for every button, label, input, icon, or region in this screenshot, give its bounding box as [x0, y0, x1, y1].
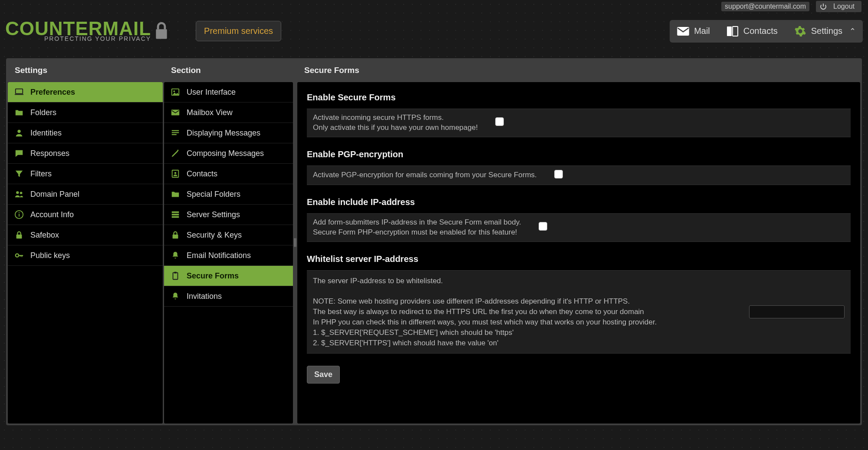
svg-rect-26: [172, 212, 179, 213]
svg-rect-28: [172, 216, 179, 218]
section-item-label: Mailbox View: [187, 108, 233, 117]
section-item-label: Security & Keys: [187, 231, 242, 240]
svg-rect-16: [20, 255, 21, 257]
svg-point-18: [173, 90, 175, 92]
logout-label: Logout: [830, 2, 858, 11]
svg-rect-27: [172, 214, 179, 215]
bell-icon: [170, 250, 181, 261]
ip-checkbox[interactable]: [539, 222, 547, 231]
svg-point-13: [16, 254, 19, 257]
settings-item-identities[interactable]: Identities: [8, 123, 163, 143]
svg-rect-3: [733, 26, 738, 36]
svg-rect-31: [174, 272, 177, 274]
info-icon: [14, 209, 24, 220]
settings-item-label: Safebox: [30, 231, 59, 240]
contact-icon: [170, 169, 181, 179]
section-item-label: Email Notifications: [187, 251, 251, 260]
whitelist-legend: Whitelist server IP-address: [307, 254, 851, 264]
section-item-email-notifications[interactable]: Email Notifications: [164, 245, 293, 266]
person-icon: [14, 128, 24, 138]
ip-label: Add form-submitters IP-address in the Se…: [313, 218, 521, 238]
section-item-label: Secure Forms: [187, 271, 239, 281]
whitelist-input[interactable]: [749, 305, 845, 318]
section-item-mailbox-view[interactable]: Mailbox View: [164, 103, 293, 123]
save-button[interactable]: Save: [307, 366, 340, 384]
section-item-special-folders[interactable]: Special Folders: [164, 184, 293, 205]
contacts-icon: [726, 25, 739, 37]
pgp-label: Activate PGP-encryption for emails comin…: [313, 170, 537, 180]
nav-mail[interactable]: Mail: [674, 22, 713, 41]
laptop-icon: [14, 87, 24, 97]
nav-contacts-label: Contacts: [743, 26, 778, 36]
svg-rect-21: [172, 132, 179, 133]
settings-item-label: Account Info: [30, 210, 74, 219]
svg-rect-22: [172, 134, 177, 135]
settings-item-label: Filters: [30, 169, 52, 179]
settings-item-responses[interactable]: Responses: [8, 143, 163, 164]
settings-item-label: Public keys: [30, 251, 70, 260]
section-item-label: Invitations: [187, 292, 222, 301]
folder-icon: [170, 189, 181, 199]
settings-item-account-info[interactable]: Account Info: [8, 205, 163, 225]
section-item-user-interface[interactable]: User Interface: [164, 82, 293, 103]
svg-point-8: [20, 192, 23, 195]
svg-rect-29: [173, 235, 178, 238]
settings-item-label: Folders: [30, 108, 56, 117]
premium-services-button[interactable]: Premium services: [196, 21, 281, 41]
settings-item-safebox[interactable]: Safebox: [8, 225, 163, 245]
svg-point-6: [17, 130, 20, 133]
mail-icon: [677, 25, 690, 37]
section-item-security-keys[interactable]: Security & Keys: [164, 225, 293, 245]
pgp-checkbox[interactable]: [554, 170, 563, 179]
support-link[interactable]: support@countermail.com: [721, 2, 809, 11]
settings-column-title: Settings: [8, 60, 163, 82]
section-list: User InterfaceMailbox ViewDisplaying Mes…: [164, 82, 293, 424]
nav-settings[interactable]: Settings ⌃: [791, 22, 858, 41]
logo-main: COUNTERMAIL: [5, 20, 151, 36]
section-item-label: User Interface: [187, 88, 236, 97]
bell-icon: [170, 291, 181, 301]
section-item-label: Composing Messages: [187, 149, 264, 158]
lock-icon: [170, 230, 181, 240]
settings-item-label: Preferences: [30, 88, 75, 97]
gear-icon: [794, 25, 807, 37]
content-pane: Enable Secure Forms Activate incoming se…: [297, 82, 860, 424]
clipboard-icon: [170, 271, 181, 281]
chevron-up-icon: ⌃: [849, 26, 856, 36]
settings-item-public-keys[interactable]: Public keys: [8, 245, 163, 266]
section-item-composing-messages[interactable]: Composing Messages: [164, 143, 293, 164]
svg-rect-20: [172, 130, 179, 131]
settings-item-preferences[interactable]: Preferences: [8, 82, 163, 103]
secure-forms-checkbox[interactable]: [495, 117, 504, 126]
section-item-label: Displaying Messages: [187, 129, 260, 138]
settings-item-folders[interactable]: Folders: [8, 103, 163, 123]
logo[interactable]: COUNTERMAIL PROTECTING YOUR PRIVACY: [5, 20, 170, 42]
section-item-invitations[interactable]: Invitations: [164, 286, 293, 307]
ip-legend: Enable include IP-address: [307, 197, 851, 207]
svg-rect-30: [173, 273, 178, 280]
secure-forms-label: Activate incoming secure HTTPS forms. On…: [313, 113, 478, 133]
navbar: Mail Contacts Settings ⌃: [670, 20, 863, 43]
section-item-contacts[interactable]: Contacts: [164, 164, 293, 184]
secure-forms-legend: Enable Secure Forms: [307, 93, 851, 103]
settings-list: PreferencesFoldersIdentitiesResponsesFil…: [8, 82, 163, 424]
section-item-server-settings[interactable]: Server Settings: [164, 205, 293, 225]
lock-icon: [153, 21, 170, 42]
section-item-displaying-messages[interactable]: Displaying Messages: [164, 123, 293, 143]
pgp-legend: Enable PGP-encryption: [307, 149, 851, 159]
filter-icon: [14, 169, 24, 179]
section-item-label: Special Folders: [187, 190, 240, 199]
column-splitter[interactable]: ∥: [293, 60, 297, 424]
section-item-secure-forms[interactable]: Secure Forms: [164, 266, 293, 286]
settings-item-label: Responses: [30, 149, 69, 158]
nav-contacts[interactable]: Contacts: [723, 22, 780, 41]
logout-button[interactable]: Logout: [816, 1, 861, 12]
key-icon: [14, 250, 24, 261]
svg-rect-5: [15, 94, 23, 95]
settings-item-domain-panel[interactable]: Domain Panel: [8, 184, 163, 205]
settings-item-label: Domain Panel: [30, 190, 79, 199]
folder-icon: [14, 107, 24, 118]
mail-icon: [170, 107, 181, 118]
svg-rect-15: [22, 255, 23, 257]
settings-item-filters[interactable]: Filters: [8, 164, 163, 184]
